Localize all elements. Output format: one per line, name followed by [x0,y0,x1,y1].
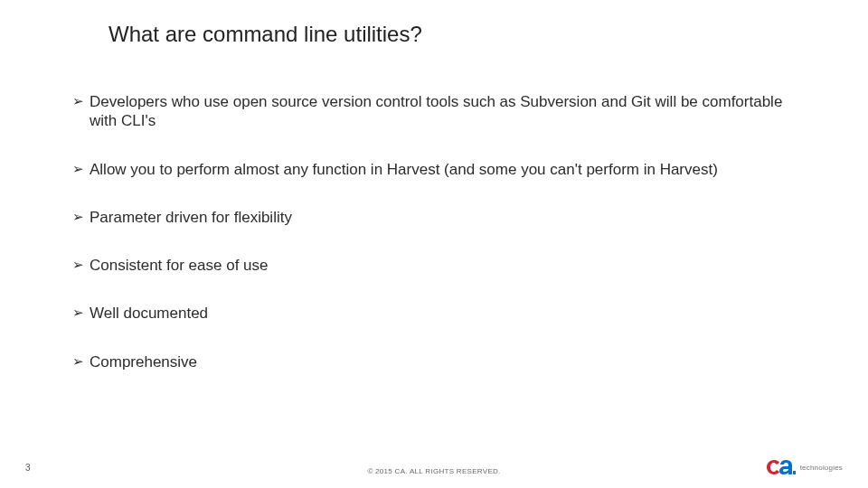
bullet-marker-icon: ➢ [72,352,84,371]
ca-logo-icon [766,457,797,477]
list-item: ➢ Comprehensive [72,352,814,371]
bullet-text: Well documented [90,304,208,323]
bullet-text: Parameter driven for flexibility [90,208,292,227]
slide: What are command line utilities? ➢ Devel… [0,0,868,488]
bullet-text: Developers who use open source version c… [90,92,814,131]
svg-rect-0 [793,471,796,474]
logo-subtext: technologies [800,464,843,472]
page-number: 3 [25,463,31,473]
list-item: ➢ Allow you to perform almost any functi… [72,160,814,179]
list-item: ➢ Developers who use open source version… [72,92,814,131]
bullet-list: ➢ Developers who use open source version… [72,92,814,371]
bullet-marker-icon: ➢ [72,256,84,274]
bullet-text: Consistent for ease of use [90,256,269,275]
slide-title: What are command line utilities? [108,22,814,47]
ca-logo: technologies [766,457,843,477]
bullet-marker-icon: ➢ [72,304,84,322]
bullet-text: Comprehensive [90,352,197,371]
bullet-text: Allow you to perform almost any function… [90,160,718,179]
bullet-marker-icon: ➢ [72,208,84,226]
copyright-text: © 2015 CA. ALL RIGHTS RESERVED. [367,467,500,475]
list-item: ➢ Consistent for ease of use [72,256,814,275]
bullet-marker-icon: ➢ [72,92,84,110]
bullet-marker-icon: ➢ [72,160,84,178]
list-item: ➢ Parameter driven for flexibility [72,208,814,227]
list-item: ➢ Well documented [72,304,814,323]
